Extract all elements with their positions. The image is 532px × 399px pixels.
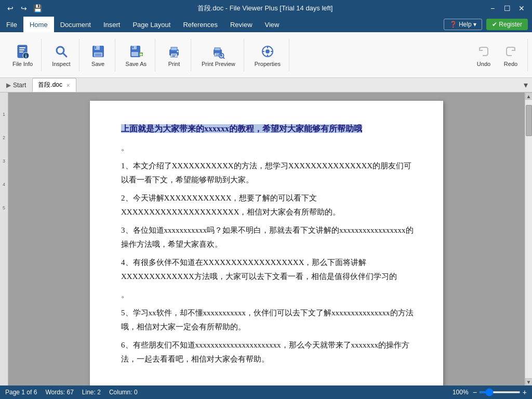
undo-button[interactable]: ↩ xyxy=(4,2,17,15)
save-label: Save xyxy=(91,61,104,67)
paragraph-2: 2、今天讲解XXXXXXXXXXXX，想要了解的可以看下文XXXXXXXXXXX… xyxy=(121,191,417,219)
save-quick-button[interactable]: 💾 xyxy=(31,2,44,15)
svg-rect-16 xyxy=(131,52,138,56)
scroll-up-button[interactable]: ▲ xyxy=(525,92,533,100)
tab-close-button[interactable]: × xyxy=(65,82,71,89)
undo-ribbon-button[interactable]: Undo xyxy=(471,41,496,69)
svg-rect-30 xyxy=(216,55,218,55)
scroll-thumb[interactable] xyxy=(526,105,532,136)
menu-references[interactable]: References xyxy=(177,17,223,32)
svg-rect-10 xyxy=(95,46,96,49)
selected-paragraph: 上面就是为大家带来的xxxxxx的教程，希望对大家能够有所帮助哦 xyxy=(121,122,417,137)
help-button[interactable]: ❓ Help ▾ xyxy=(444,19,482,30)
para-6-text: 6、有些朋友们不知道xxxxxxxxxxxxxxxxxxxxxx，那么今天就带来… xyxy=(121,341,409,363)
para-3-text: 3、各位知道xxxxxxxxxxx吗？如果不明白，那就去看下文讲解的xxxxxx… xyxy=(121,226,414,248)
document-area: 上面就是为大家带来的xxxxxx的教程，希望对大家能够有所帮助哦 。 1、本文介… xyxy=(8,92,525,385)
page-info: Page 1 of 6 xyxy=(5,389,37,396)
doc-tab-label: 首段.doc xyxy=(38,81,62,89)
redo-button[interactable]: ↪ xyxy=(18,2,30,15)
ribbon-group-fileinfo: i File Info xyxy=(4,39,42,71)
file-info-button[interactable]: i File Info xyxy=(8,41,37,69)
ribbon-group-save: Save xyxy=(82,39,115,71)
vertical-ruler: 1 2 3 4 5 xyxy=(0,92,8,385)
tab-list-button[interactable]: ▾ xyxy=(522,80,530,90)
scroll-track[interactable] xyxy=(525,100,532,378)
zoom-slider-input[interactable] xyxy=(479,391,521,393)
save-as-icon xyxy=(128,43,144,60)
paragraph-3: 3、各位知道xxxxxxxxxxx吗？如果不明白，那就去看下文讲解的xxxxxx… xyxy=(121,223,417,251)
paragraph-1: 1、本文介绍了XXXXXXXXXXX的方法，想学习XXXXXXXXXXXXXXX… xyxy=(121,159,417,187)
menu-home[interactable]: Home xyxy=(23,17,54,32)
svg-line-7 xyxy=(63,53,66,57)
save-icon xyxy=(90,43,107,60)
svg-rect-2 xyxy=(19,49,24,50)
para-2-text: 2、今天讲解XXXXXXXXXXXX，想要了解的可以看下文XXXXXXXXXXX… xyxy=(121,194,340,216)
inspect-label: Inspect xyxy=(52,61,70,67)
window-title: 首段.doc - File Viewer Plus [Trial 14 days… xyxy=(44,4,486,13)
paragraph-4b: 。 xyxy=(121,288,417,302)
menu-page-layout[interactable]: Page Layout xyxy=(126,17,177,32)
menu-insert[interactable]: Insert xyxy=(97,17,127,32)
tab-bar: ▶ Start 首段.doc × ▾ xyxy=(0,78,532,92)
properties-button[interactable]: Properties xyxy=(250,41,285,69)
undo-ribbon-label: Undo xyxy=(477,61,490,67)
print-button[interactable]: Print xyxy=(162,41,187,69)
inspect-button[interactable]: Inspect xyxy=(48,41,74,69)
svg-rect-15 xyxy=(132,46,134,48)
print-preview-label: Print Preview xyxy=(202,61,235,67)
close-button[interactable]: ✕ xyxy=(515,2,528,15)
svg-point-25 xyxy=(177,50,178,52)
column-info: Column: 0 xyxy=(109,389,138,396)
selected-text: 上面就是为大家带来的xxxxxx的教程，希望对大家能够有所帮助哦 xyxy=(121,124,362,133)
zoom-out-button[interactable]: − xyxy=(473,388,477,396)
paragraph-0: 。 xyxy=(121,141,417,155)
play-icon: ▶ xyxy=(6,82,11,89)
ribbon-group-inspect: Inspect xyxy=(44,39,79,71)
save-as-button[interactable]: Save As xyxy=(122,41,151,69)
save-button[interactable]: Save xyxy=(86,41,111,69)
redo-ribbon-button[interactable]: Redo xyxy=(498,41,523,69)
status-right: 100% − + xyxy=(453,388,527,396)
line-info: Line: 2 xyxy=(82,389,101,396)
start-button[interactable]: ▶ Start xyxy=(2,79,30,91)
document-text: 上面就是为大家带来的xxxxxx的教程，希望对大家能够有所帮助哦 。 1、本文介… xyxy=(121,122,417,366)
title-bar-left: ↩ ↪ 💾 xyxy=(4,2,44,15)
print-preview-button[interactable]: Print Preview xyxy=(197,41,240,69)
print-preview-icon xyxy=(210,43,227,60)
properties-icon xyxy=(259,43,276,60)
document-page: 上面就是为大家带来的xxxxxx的教程，希望对大家能够有所帮助哦 。 1、本文介… xyxy=(90,101,443,385)
zoom-in-button[interactable]: + xyxy=(523,388,527,396)
minimize-button[interactable]: − xyxy=(486,2,499,15)
zoom-control: − + xyxy=(473,388,527,396)
register-button[interactable]: ✔ Register xyxy=(486,19,528,30)
menu-view[interactable]: View xyxy=(259,17,286,32)
undo-redo-group: ↩ ↪ 💾 xyxy=(4,2,44,15)
menu-file[interactable]: File xyxy=(0,17,23,32)
vertical-scrollbar: ▲ ▼ xyxy=(525,92,532,385)
svg-rect-12 xyxy=(95,54,101,56)
paragraph-4: 4、有很多伙伴不知道在XXXXXXXXXXXXXXXXXX，那么下面将讲解XXX… xyxy=(121,256,417,284)
save-as-label: Save As xyxy=(126,61,147,67)
print-label: Print xyxy=(168,61,180,67)
paragraph-5: 5、学习xx软件，却不懂xxxxxxxxxxx，伙伴们可以去下文了解xxxxxx… xyxy=(121,306,417,334)
para-5-text: 5、学习xx软件，却不懂xxxxxxxxxxx，伙伴们可以去下文了解xxxxxx… xyxy=(121,309,414,331)
maximize-button[interactable]: ☐ xyxy=(501,2,513,15)
menu-document[interactable]: Document xyxy=(54,17,97,32)
menu-bar: File Home Document Insert Page Layout Re… xyxy=(0,17,532,32)
scroll-down-button[interactable]: ▼ xyxy=(525,378,533,385)
menu-review[interactable]: Review xyxy=(224,17,259,32)
redo-ribbon-label: Redo xyxy=(504,61,517,67)
svg-rect-29 xyxy=(216,54,219,54)
ribbon-undo-redo: Undo Redo xyxy=(467,39,528,71)
ribbon: i File Info Inspect xyxy=(0,32,532,78)
svg-rect-24 xyxy=(172,56,175,57)
ribbon-group-properties: Properties xyxy=(246,39,289,71)
zoom-percent: 100% xyxy=(453,389,469,396)
para-4-text: 4、有很多伙伴不知道在XXXXXXXXXXXXXXXXXX，那么下面将讲解XXX… xyxy=(121,258,397,281)
redo-icon xyxy=(502,43,519,60)
svg-point-33 xyxy=(220,55,222,57)
svg-rect-23 xyxy=(172,55,176,56)
svg-line-32 xyxy=(223,57,225,59)
document-tab[interactable]: 首段.doc × xyxy=(32,78,76,92)
main-area: 1 2 3 4 5 上面就是为大家带来的xxxxxx的教程，希望对大家能够有所帮… xyxy=(0,92,532,385)
